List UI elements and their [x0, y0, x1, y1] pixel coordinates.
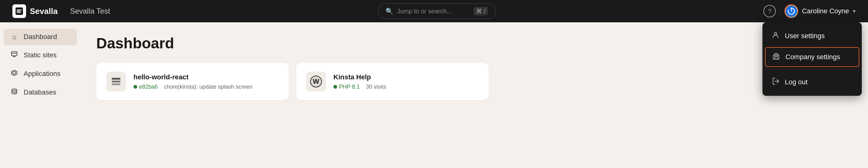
power-icon	[787, 7, 796, 15]
search-placeholder: Jump to or search...	[397, 8, 452, 15]
svg-marker-7	[11, 70, 17, 76]
logout-icon	[771, 78, 780, 87]
brand-logo-icon	[15, 7, 24, 15]
cards-row: hello-world-react e82ba6 chore(kinsta): …	[96, 63, 852, 100]
svg-rect-3	[11, 52, 17, 56]
status-badge: e82ba6	[133, 84, 158, 90]
card-kinsta-help[interactable]: W Kinsta Help PHP 8.1 30 visits	[296, 63, 489, 100]
dropdown-item-logout[interactable]: Log out	[763, 72, 862, 92]
card-icon-wordpress: W	[306, 72, 326, 92]
svg-rect-10	[112, 78, 120, 80]
svg-rect-12	[112, 83, 120, 85]
user-menu-button[interactable]: Caroline Coyne ▾	[784, 4, 856, 18]
nav-right: ? Caroline Coyne ▾	[764, 4, 856, 18]
status-dot	[133, 85, 137, 89]
svg-rect-11	[112, 80, 120, 82]
logo-box	[12, 4, 26, 18]
dropdown-item-company-settings[interactable]: Company settings	[765, 47, 859, 67]
search-icon: 🔍	[385, 7, 393, 15]
applications-icon	[10, 69, 19, 78]
help-icon: ?	[768, 8, 771, 15]
visit-count: 30 visits	[366, 84, 386, 90]
svg-rect-17	[773, 55, 779, 59]
svg-point-16	[774, 33, 777, 35]
building-icon	[772, 53, 780, 61]
sidebar-item-dashboard[interactable]: ⌂ Dashboard	[4, 29, 77, 45]
sidebar-item-databases[interactable]: Databases	[4, 84, 77, 101]
svg-point-9	[12, 89, 17, 91]
person-icon	[771, 32, 780, 40]
card-info: hello-world-react e82ba6 chore(kinsta): …	[133, 73, 279, 90]
card-icon-stacks	[106, 72, 126, 92]
search-bar[interactable]: 🔍 Jump to or search... ⌘ /	[378, 3, 496, 19]
card-title: hello-world-react	[133, 73, 279, 81]
status-badge: PHP 8.1	[333, 84, 360, 90]
card-meta: e82ba6 chore(kinsta): update splash scre…	[133, 84, 279, 90]
user-avatar	[784, 4, 798, 18]
sidebar-item-label: Static sites	[24, 51, 57, 59]
dashboard-icon: ⌂	[10, 33, 19, 41]
sidebar-item-static-sites[interactable]: Static sites	[4, 46, 77, 64]
avatar-initials	[786, 6, 797, 17]
status-dot	[333, 85, 337, 89]
databases-icon	[10, 88, 19, 97]
sidebar-item-label: Dashboard	[24, 33, 57, 41]
commit-hash: e82ba6	[139, 84, 158, 90]
svg-text:W: W	[313, 77, 319, 85]
sidebar: ⌂ Dashboard Static sites Applica	[0, 22, 81, 168]
search-shortcut: ⌘ /	[473, 7, 488, 15]
user-name: Caroline Coyne	[802, 7, 849, 15]
user-dropdown-menu: User settings Company settings Log out	[763, 22, 862, 96]
sidebar-item-applications[interactable]: Applications	[4, 65, 77, 82]
topnav: Sevalla Sevalla Test 🔍 Jump to or search…	[0, 0, 868, 22]
dropdown-divider	[763, 69, 862, 70]
brand-name: Sevalla	[30, 6, 58, 16]
svg-rect-18	[775, 54, 778, 55]
wordpress-logo: W	[310, 75, 322, 88]
page-title: Dashboard	[96, 35, 852, 52]
commit-message: chore(kinsta): update splash screen	[164, 84, 252, 90]
logout-label: Log out	[785, 78, 807, 86]
card-meta: PHP 8.1 30 visits	[333, 84, 479, 90]
project-name: Sevalla Test	[70, 7, 110, 15]
main-content: Dashboard hello-world-react e8	[81, 22, 868, 168]
dropdown-item-user-settings[interactable]: User settings	[763, 26, 862, 46]
chevron-down-icon: ▾	[853, 8, 856, 14]
card-title: Kinsta Help	[333, 73, 479, 81]
card-info: Kinsta Help PHP 8.1 30 visits	[333, 73, 479, 90]
php-version: PHP 8.1	[339, 84, 360, 90]
static-sites-icon	[10, 51, 19, 60]
sidebar-item-label: Databases	[24, 88, 56, 96]
user-settings-label: User settings	[785, 32, 825, 40]
svg-marker-8	[13, 71, 16, 74]
company-settings-label: Company settings	[785, 53, 840, 61]
logo-area[interactable]: Sevalla	[12, 4, 58, 18]
help-button[interactable]: ?	[764, 5, 776, 18]
main-layout: ⌂ Dashboard Static sites Applica	[0, 22, 868, 168]
sidebar-item-label: Applications	[24, 70, 61, 78]
card-hello-world[interactable]: hello-world-react e82ba6 chore(kinsta): …	[96, 63, 289, 100]
nav-center: 🔍 Jump to or search... ⌘ /	[120, 3, 754, 19]
